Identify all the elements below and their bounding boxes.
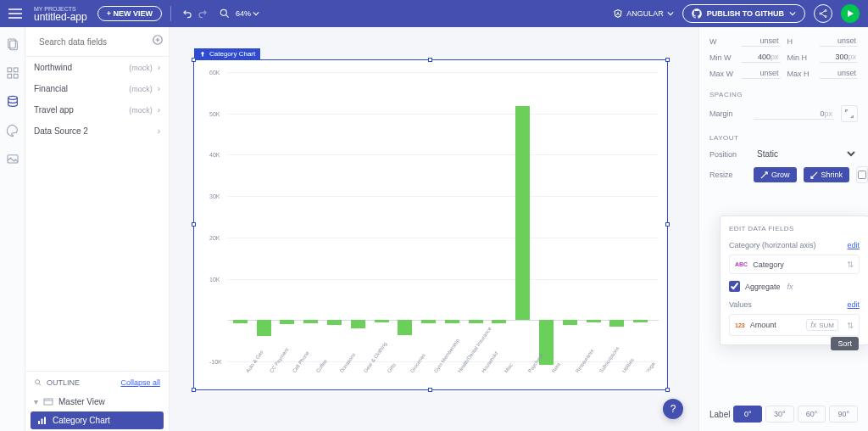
chart-bar xyxy=(445,320,459,323)
value-field[interactable]: 123 Amount fxSUM ⇅ Sort xyxy=(729,314,860,336)
svg-point-2 xyxy=(820,13,821,14)
chart-bar xyxy=(327,320,342,324)
tree-master-view[interactable]: ▾ Master View xyxy=(25,394,169,410)
spacing-section: SPACING xyxy=(709,91,858,98)
label-angle-option[interactable]: 0° xyxy=(733,406,762,423)
outline-label: OUTLINE xyxy=(47,378,80,387)
y-tick-label: 10K xyxy=(209,276,220,282)
svg-rect-15 xyxy=(44,399,53,405)
run-button[interactable] xyxy=(841,4,860,23)
fx-icon: fx xyxy=(787,283,793,291)
chart-bar xyxy=(563,320,577,325)
chart-bar xyxy=(233,320,248,323)
share-icon[interactable] xyxy=(814,4,832,23)
y-tick-label: 30K xyxy=(209,193,220,199)
dim-minw-value[interactable]: 400px xyxy=(742,52,781,63)
component-tag[interactable]: Category Chart xyxy=(194,48,260,59)
chart-icon xyxy=(37,417,47,425)
num-badge-icon: 123 xyxy=(735,322,745,328)
chart-bar xyxy=(280,320,294,323)
chart-bar xyxy=(515,106,530,320)
chart-bar xyxy=(398,320,412,335)
project-title[interactable]: MY PROJECTS untitled-app xyxy=(34,6,87,22)
dim-minh-value[interactable]: 300px xyxy=(820,52,859,63)
menu-icon[interactable] xyxy=(8,8,24,19)
y-tick-label: 20K xyxy=(209,234,220,240)
dim-w-label: W xyxy=(709,37,735,46)
svg-rect-18 xyxy=(44,417,46,424)
new-view-button[interactable]: + NEW VIEW xyxy=(97,6,162,21)
chart-bar xyxy=(587,320,601,322)
chart: -10K10K20K30K40K50K60K xyxy=(209,72,659,364)
rail-themes-icon[interactable] xyxy=(4,122,21,139)
chart-bar xyxy=(609,320,624,327)
resize-label: Resize xyxy=(709,171,747,179)
rail-data-icon[interactable] xyxy=(4,93,21,110)
svg-rect-7 xyxy=(14,68,18,72)
publish-github-button[interactable]: PUBLISH TO GITHUB xyxy=(682,4,805,23)
label-angle-option[interactable]: 90° xyxy=(829,406,858,423)
svg-rect-19 xyxy=(859,171,866,179)
zoom-level[interactable]: 64% xyxy=(236,9,259,18)
grow-chip[interactable]: Grow xyxy=(754,167,797,182)
y-tick-label: 40K xyxy=(209,152,220,158)
field-sort-icon[interactable]: ⇅ xyxy=(847,321,854,330)
svg-point-10 xyxy=(8,96,17,99)
layout-section: LAYOUT xyxy=(709,134,858,142)
popover-title: EDIT DATA FIELDS xyxy=(729,225,860,232)
svg-point-3 xyxy=(825,16,826,18)
y-tick-label: 50K xyxy=(209,110,220,116)
data-source-item[interactable]: Northwind(mock)› xyxy=(25,57,169,78)
selected-component[interactable]: Category Chart -10K10K20K30K40K50K60K Au… xyxy=(193,59,668,390)
rail-pages-icon[interactable] xyxy=(4,36,21,53)
dim-minh-label: Min H xyxy=(787,53,813,62)
resize-options-icon[interactable] xyxy=(856,166,868,183)
dim-minw-label: Min W xyxy=(709,53,735,62)
chart-bar xyxy=(257,320,271,336)
data-source-item[interactable]: Financial(mock)› xyxy=(25,78,169,99)
label-angle-label: Label xyxy=(709,410,730,419)
data-source-item[interactable]: Data Source 2› xyxy=(25,120,169,142)
category-field[interactable]: ABC Category ⇅ xyxy=(729,255,860,274)
dim-w-value[interactable]: unset xyxy=(742,36,781,47)
abc-badge-icon: ABC xyxy=(735,261,748,267)
framework-select[interactable]: ANGULAR xyxy=(613,8,674,19)
dim-maxw-value[interactable]: unset xyxy=(742,68,781,79)
edit-data-fields-popover: EDIT DATA FIELDS Category (horizontal ax… xyxy=(720,216,868,345)
chart-bar xyxy=(421,320,436,322)
label-angle-option[interactable]: 60° xyxy=(798,406,826,423)
chart-bar xyxy=(303,320,318,322)
zoom-icon[interactable] xyxy=(217,6,232,21)
dim-h-value[interactable]: unset xyxy=(820,36,859,47)
add-datasource-icon[interactable] xyxy=(152,34,164,49)
collapse-all[interactable]: Collapse all xyxy=(120,378,160,387)
chart-bar xyxy=(492,320,506,322)
chart-bar xyxy=(469,320,483,322)
aggregate-chip[interactable]: fxSUM xyxy=(806,319,838,331)
help-button[interactable]: ? xyxy=(663,399,683,419)
chart-bar xyxy=(351,320,365,328)
position-select[interactable]: Static xyxy=(754,148,858,160)
svg-rect-9 xyxy=(14,74,18,78)
edit-value-fields[interactable]: edit xyxy=(847,300,860,309)
dim-h-label: H xyxy=(787,37,813,46)
data-source-item[interactable]: Travel app(mock)› xyxy=(25,99,169,120)
margin-expand-icon[interactable] xyxy=(841,105,858,122)
undo-icon[interactable] xyxy=(180,6,195,21)
search-input[interactable] xyxy=(39,37,147,47)
rail-assets-icon[interactable] xyxy=(4,151,21,168)
svg-point-0 xyxy=(220,9,226,15)
edit-category-fields[interactable]: edit xyxy=(847,241,860,249)
margin-value[interactable]: 0px xyxy=(754,109,834,120)
rail-components-icon[interactable] xyxy=(4,64,21,81)
chart-bar xyxy=(633,320,648,322)
view-icon xyxy=(43,398,53,406)
redo-icon[interactable] xyxy=(195,6,210,21)
aggregate-toggle[interactable]: Aggregatefx xyxy=(729,281,860,292)
shrink-chip[interactable]: Shrink xyxy=(804,167,850,182)
dim-maxh-value[interactable]: unset xyxy=(820,68,859,79)
label-angle-option[interactable]: 30° xyxy=(765,406,794,423)
svg-point-14 xyxy=(36,380,40,384)
tree-selected-node[interactable]: Category Chart xyxy=(31,411,164,429)
field-reorder-icon[interactable]: ⇅ xyxy=(847,260,854,269)
